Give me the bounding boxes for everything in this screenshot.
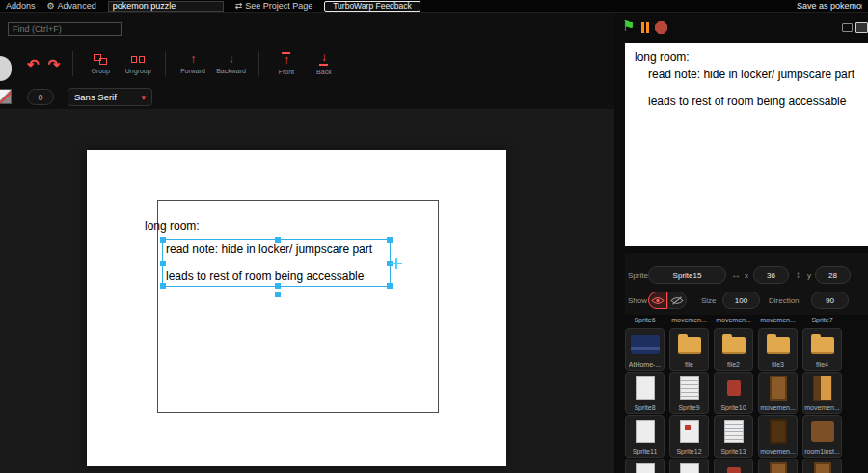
back-icon: ↓ [319, 52, 328, 66]
sprite-card-label[interactable]: Sprite7 [802, 317, 842, 323]
sprite-card-label[interactable]: Sprite6 [625, 317, 665, 323]
pause-icon[interactable] [641, 22, 649, 33]
sprite-card[interactable]: room1inst... [802, 415, 842, 458]
sprite-card[interactable]: file [669, 328, 709, 371]
sprite-card[interactable]: Sprite11 [625, 415, 665, 458]
sprite-card[interactable]: AtHome-... [625, 328, 665, 371]
show-visible-button[interactable] [648, 292, 667, 309]
y-label: y [807, 271, 811, 280]
large-stage-icon[interactable] [855, 22, 868, 33]
stop-icon[interactable] [655, 21, 667, 34]
sprite-card[interactable]: Sprite12 [669, 415, 709, 458]
sprite-card[interactable]: file2 [714, 328, 753, 371]
sprite-row: Sprite11 Sprite12 Sprite13 movemen... ro… [625, 415, 842, 458]
sprite-card[interactable]: file4 [802, 328, 842, 371]
paint-artboard[interactable]: long room: read note: hide in locker/ ju… [87, 150, 506, 466]
group-button[interactable]: Group [86, 54, 115, 74]
undo-icon: ↶ [27, 56, 40, 72]
sprite-card[interactable] [758, 459, 798, 473]
sprite-card[interactable] [669, 459, 709, 473]
show-hidden-button[interactable] [667, 292, 687, 309]
selection-handle[interactable] [275, 283, 281, 289]
sprite-card[interactable]: Sprite10 [714, 372, 753, 414]
sprite-card[interactable]: file3 [758, 328, 798, 371]
sprite-card[interactable] [625, 459, 665, 473]
find-input[interactable] [8, 22, 122, 36]
advanced-label: Advanced [58, 1, 96, 11]
sprite-card-label: movemen... [804, 404, 840, 411]
feedback-button[interactable]: TurboWarp Feedback [324, 1, 420, 12]
sprite-card[interactable]: movemen... [758, 372, 798, 414]
front-label: Front [279, 69, 294, 75]
crosshair-cursor-icon [391, 258, 402, 269]
paint-canvas-zone[interactable]: long room: read note: hide in locker/ ju… [0, 109, 614, 473]
selection-handle[interactable] [387, 237, 393, 243]
fill-color-swatch[interactable] [0, 89, 12, 104]
canvas-text-line3: leads to rest of room being accessable [166, 269, 364, 283]
project-name-input[interactable] [108, 1, 224, 12]
chevron-down-icon: ▾ [141, 93, 146, 102]
drawn-rectangle[interactable] [157, 200, 439, 413]
back-button[interactable]: ↓ Back [310, 52, 339, 75]
folder-icon [767, 337, 790, 354]
paper-thumbnail [680, 420, 699, 443]
sprite-card-label[interactable]: movemen... [758, 317, 798, 323]
sprite-card-label: file4 [816, 361, 828, 368]
forward-button[interactable]: ↑ Forward [178, 54, 207, 74]
font-select[interactable]: Sans Serif ▾ [68, 88, 152, 106]
group-label: Group [91, 68, 109, 74]
v-arrow-icon: ↕ [796, 269, 800, 280]
sprite-card-label: movemen... [760, 404, 796, 411]
selection-handle[interactable] [160, 261, 166, 266]
ungroup-label: Ungroup [125, 68, 151, 74]
sprite-card-label: file3 [772, 361, 784, 368]
addons-label: Addons [6, 1, 36, 11]
open-door-thumbnail [813, 376, 832, 401]
paint-toolbar: ↶ ↷ Group Ungroup ↑ Forward ↓ Backward [0, 43, 339, 84]
sprite-card-label[interactable]: movemen... [669, 317, 709, 323]
gear-icon: ⚙ [47, 1, 55, 11]
sprite-card[interactable]: movemen... [802, 372, 842, 414]
size-input[interactable] [722, 292, 760, 309]
sprite-card-label: movemen... [760, 448, 796, 455]
toolbar-divider [165, 51, 166, 76]
paper-thumbnail [680, 463, 699, 473]
front-button[interactable]: ↑ Front [272, 52, 301, 75]
selection-handle[interactable] [387, 283, 393, 289]
x-input[interactable] [753, 266, 789, 284]
undo-button[interactable]: ↶ [27, 57, 40, 71]
sprite-name-input[interactable] [648, 266, 726, 284]
sprite-card[interactable]: Sprite8 [625, 372, 665, 414]
ungroup-button[interactable]: Ungroup [123, 54, 152, 74]
menu-see-project-page[interactable]: ⇄ See Project Page [235, 1, 313, 11]
save-as-button[interactable]: Save as pokemon p [797, 1, 862, 11]
sprite-card[interactable]: Sprite13 [714, 415, 753, 458]
eye-icon [651, 296, 665, 305]
green-flag-icon[interactable]: ⚑ [622, 17, 635, 35]
backward-button[interactable]: ↓ Backward [216, 54, 246, 74]
ungroup-icon [131, 54, 145, 65]
canvas-text-line2: read note: hide in locker/ jumpscare par… [166, 242, 372, 256]
menu-addons[interactable]: Addons [6, 1, 36, 11]
sprite-card[interactable] [802, 459, 842, 473]
sprite-card[interactable]: movemen... [758, 415, 798, 458]
sprite-card-label[interactable]: movemen... [714, 317, 753, 323]
sprite-card[interactable] [714, 459, 753, 473]
size-label: Size [701, 296, 717, 305]
y-input[interactable] [815, 266, 851, 284]
door-thumbnail [770, 376, 787, 401]
direction-input[interactable] [811, 292, 849, 309]
outline-width-input[interactable] [27, 89, 54, 105]
redo-button[interactable]: ↷ [48, 57, 61, 71]
folder-icon [811, 337, 834, 354]
dark-door-thumbnail [770, 419, 787, 444]
menu-advanced[interactable]: ⚙ Advanced [47, 1, 96, 11]
feedback-label: TurboWarp Feedback [333, 1, 412, 11]
small-stage-icon[interactable] [842, 23, 853, 32]
selection-handle[interactable] [160, 283, 166, 289]
stage[interactable]: long room: read note: hide in locker/ ju… [625, 43, 868, 246]
sprite-card-label: Sprite8 [634, 404, 655, 411]
rotation-handle[interactable] [275, 292, 281, 297]
paper-thumbnail [636, 420, 655, 443]
sprite-card[interactable]: Sprite9 [669, 372, 709, 414]
